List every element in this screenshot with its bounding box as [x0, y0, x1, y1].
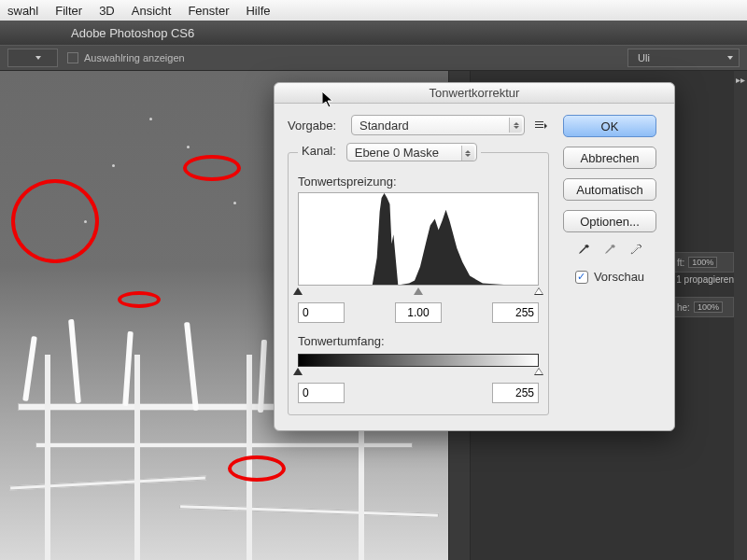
annotation-ellipse-3	[118, 291, 161, 308]
panel-collapse-rail[interactable]: ▸▸	[734, 71, 747, 560]
svg-rect-0	[535, 121, 543, 122]
channel-dropdown[interactable]: Ebene 0 Maske	[346, 143, 477, 161]
annotation-ellipse-1	[11, 179, 99, 263]
show-selection-ring-checkbox[interactable]: Auswahlring anzeigen	[67, 52, 185, 63]
output-black-slider[interactable]	[293, 368, 303, 375]
propagate-label: 1 propagieren	[676, 274, 734, 285]
svg-marker-4	[299, 193, 538, 285]
annotation-ellipse-4	[228, 455, 286, 482]
preview-label: Vorschau	[594, 270, 644, 284]
output-levels-label: Tonwertumfang:	[298, 334, 539, 348]
stepper-icon	[461, 146, 474, 161]
channel-value: Ebene 0 Maske	[355, 146, 439, 160]
checkbox-icon	[67, 52, 78, 63]
output-white-input[interactable]	[492, 383, 539, 403]
mac-menubar[interactable]: swahl Filter 3D Ansicht Fenster Hilfe	[0, 0, 747, 21]
workspace-preset-dropdown[interactable]: Uli	[627, 49, 740, 67]
preset-menu-icon[interactable]	[532, 117, 549, 133]
white-point-slider[interactable]	[534, 287, 543, 295]
output-slider-track[interactable]	[298, 368, 539, 377]
menu-ansicht[interactable]: Ansicht	[132, 4, 172, 18]
svg-rect-2	[535, 127, 543, 128]
menu-fenster[interactable]: Fenster	[188, 4, 229, 18]
auto-button[interactable]: Automatisch	[563, 178, 656, 201]
output-gradient	[298, 354, 539, 367]
expand-panel-icon: ▸▸	[736, 75, 745, 85]
levels-dialog: Tonwertkorrektur Vorgabe: Standard Kanal…	[274, 82, 675, 431]
tool-preset-dropdown[interactable]	[7, 49, 58, 67]
cancel-button[interactable]: Abbrechen	[563, 147, 656, 169]
opacity-value: 100%	[688, 257, 717, 268]
fill-value: 100%	[694, 301, 723, 313]
svg-rect-1	[535, 124, 543, 125]
options-button[interactable]: Optionen...	[563, 210, 656, 232]
fill-label: he:	[677, 302, 690, 313]
ok-button[interactable]: OK	[563, 115, 656, 137]
options-bar: Auswahlring anzeigen Uli	[0, 45, 747, 71]
app-title: Adobe Photoshop CS6	[71, 26, 194, 40]
gamma-slider[interactable]	[414, 287, 423, 295]
layer-fill-field[interactable]: he: 100%	[672, 297, 734, 317]
menu-auswahl[interactable]: swahl	[7, 4, 38, 18]
workspace-preset-value: Uli	[638, 52, 650, 63]
layer-opacity-field[interactable]: ft: 100%	[672, 252, 734, 273]
opacity-label: ft:	[677, 258, 684, 268]
channel-fieldset: Kanal: Ebene 0 Maske Tonwertspreizung:	[288, 143, 549, 415]
input-slider-track[interactable]	[298, 287, 539, 297]
gray-eyedropper-icon[interactable]	[603, 244, 616, 257]
white-point-input[interactable]	[492, 302, 539, 323]
dialog-title: Tonwertkorrektur	[430, 86, 520, 100]
preset-value: Standard	[359, 119, 409, 133]
output-black-input[interactable]	[298, 383, 345, 403]
stepper-icon	[509, 118, 522, 133]
white-eyedropper-icon[interactable]	[629, 244, 642, 257]
menu-hilfe[interactable]: Hilfe	[246, 4, 270, 18]
preset-dropdown[interactable]: Standard	[351, 115, 525, 135]
channel-label: Kanal:	[302, 144, 336, 158]
chevron-down-icon	[727, 56, 733, 60]
input-levels-label: Tonwertspreizung:	[298, 175, 539, 189]
svg-marker-3	[544, 123, 547, 129]
histogram-graph	[299, 193, 538, 285]
menu-3d[interactable]: 3D	[99, 4, 115, 18]
eyedropper-group	[577, 244, 642, 257]
output-white-slider[interactable]	[534, 368, 543, 375]
black-point-slider[interactable]	[293, 287, 303, 295]
black-point-input[interactable]	[298, 302, 345, 323]
histogram[interactable]	[298, 192, 539, 286]
show-selection-ring-label: Auswahlring anzeigen	[84, 52, 185, 63]
dialog-titlebar[interactable]: Tonwertkorrektur	[275, 83, 674, 104]
checkbox-checked-icon: ✓	[575, 271, 588, 284]
black-eyedropper-icon[interactable]	[577, 244, 590, 257]
preview-checkbox[interactable]: ✓ Vorschau	[575, 270, 644, 284]
annotation-ellipse-2	[183, 155, 241, 181]
preset-label: Vorgabe:	[288, 119, 344, 133]
gamma-input[interactable]	[395, 302, 442, 323]
menu-filter[interactable]: Filter	[55, 4, 82, 18]
app-titlebar: Adobe Photoshop CS6	[0, 21, 747, 45]
